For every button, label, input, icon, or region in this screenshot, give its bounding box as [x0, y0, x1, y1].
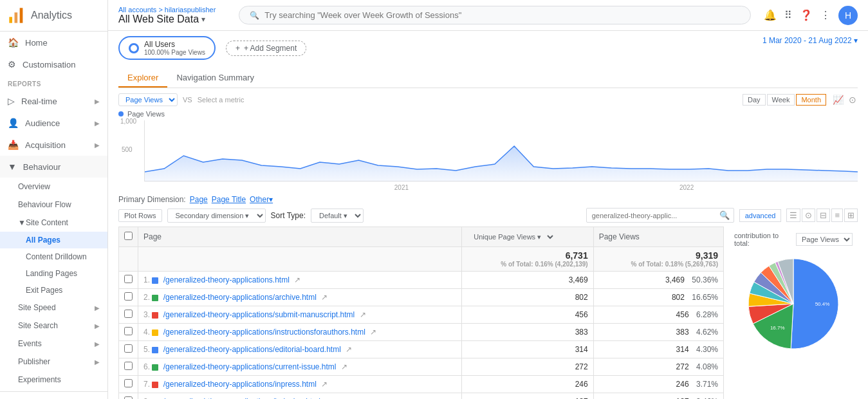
row-page-link[interactable]: /generalized-theory-applications/inpress… [163, 380, 317, 389]
sidebar-item-customisation-label: Customisation [23, 60, 75, 70]
breadcrumb-site[interactable]: hilariaspublisher [165, 6, 216, 14]
customisation-icon: ⚙ [8, 59, 16, 70]
sidebar-item-site-search[interactable]: Site Search ▶ [0, 317, 107, 335]
tab-navigation-summary[interactable]: Navigation Summary [167, 69, 263, 88]
sidebar-item-acquisition[interactable]: 📥 Acquisition ▶ [0, 134, 107, 156]
row-checkbox-cell [119, 393, 138, 400]
row-external-link-icon[interactable]: ↗ [341, 362, 347, 371]
segment-name: All Users [144, 40, 205, 49]
metric1-select[interactable]: Page Views [118, 93, 178, 106]
row-checkbox-1[interactable] [124, 292, 133, 301]
sidebar-item-content-drilldown[interactable]: Content Drilldown [0, 248, 107, 265]
sidebar-item-events[interactable]: Events ▶ [0, 335, 107, 353]
chart-view-button[interactable]: ≡ [831, 209, 843, 222]
add-segment-button[interactable]: + + Add Segment [226, 41, 306, 56]
time-btn-month[interactable]: Month [796, 94, 826, 106]
mcf-view-button[interactable]: ⊞ [844, 209, 858, 222]
select-metric[interactable]: Select a metric [198, 96, 245, 104]
pivot-view-button[interactable]: ⊟ [817, 209, 830, 222]
sidebar-item-behaviour[interactable]: ▼ Behaviour [0, 156, 107, 178]
sidebar-item-site-content[interactable]: ▼ Site Content [0, 214, 107, 232]
sidebar-item-content-drilldown-label: Content Drilldown [26, 252, 87, 261]
search-box[interactable]: 🔍 [239, 6, 751, 24]
apps-icon[interactable]: ⠿ [784, 9, 792, 21]
sidebar-item-customisation[interactable]: ⚙ Customisation [0, 53, 107, 75]
row-page-link[interactable]: /generalized-theory-applications.html [163, 275, 290, 284]
legend-label: Page Views [127, 110, 165, 118]
row-external-link-icon[interactable]: ↗ [294, 275, 300, 284]
sort-type-select[interactable]: Default ▾ [311, 209, 364, 223]
secondary-dimension-select[interactable]: Secondary dimension ▾ [167, 209, 266, 223]
sidebar-item-realtime[interactable]: ▷ Real-time ▶ [0, 90, 107, 112]
time-btn-week[interactable]: Week [767, 94, 795, 106]
time-btn-day[interactable]: Day [743, 94, 766, 106]
row-checkbox-4[interactable] [124, 344, 133, 353]
sidebar-item-landing-pages[interactable]: Landing Pages [0, 265, 107, 282]
advanced-button[interactable]: advanced [739, 209, 782, 222]
row-page-link[interactable]: /generalized-theory-applications/archive… [163, 293, 317, 302]
events-chevron: ▶ [95, 340, 100, 348]
sidebar-item-conversions[interactable]: ◎ Conversions ▶ [0, 392, 107, 399]
row-page-link[interactable]: /generalized-theory-applications/instruc… [163, 328, 365, 337]
topbar-icons: 🔔 ⠿ ❓ ⋮ H [764, 6, 858, 25]
motioncharts-icon[interactable]: ⊙ [847, 93, 858, 106]
plot-rows-button[interactable]: Plot Rows [118, 209, 162, 222]
breadcrumb-all-accounts[interactable]: All accounts [118, 6, 156, 14]
table-view-button[interactable]: ☰ [786, 209, 800, 222]
all-users-segment[interactable]: All Users 100.00% Page Views [118, 36, 216, 60]
row-external-link-icon[interactable]: ↗ [370, 328, 376, 337]
row-color-dot [152, 329, 158, 336]
row-external-link-icon[interactable]: ↗ [321, 293, 328, 302]
select-all-checkbox[interactable] [124, 232, 133, 240]
primary-dim-page-title[interactable]: Page Title [212, 195, 246, 204]
row-checkbox-3[interactable] [124, 327, 133, 335]
table-row: 5. /generalized-theory-applications/edit… [119, 341, 724, 358]
line-chart-icon[interactable]: 📈 [831, 93, 845, 106]
row-unique-cell: 187 [462, 393, 593, 400]
row-checkbox-6[interactable] [124, 379, 133, 387]
sidebar-item-behaviour-flow[interactable]: Behaviour Flow [0, 196, 107, 214]
breadcrumb-separator: > [158, 6, 164, 14]
row-number: 5. [143, 345, 150, 354]
row-external-link-icon[interactable]: ↗ [360, 310, 366, 319]
row-checkbox-0[interactable] [124, 275, 133, 283]
row-checkbox-7[interactable] [124, 396, 133, 399]
search-input[interactable] [264, 10, 740, 20]
acquisition-icon: 📥 [8, 140, 19, 150]
site-title[interactable]: All Web Site Data ▾ [118, 14, 216, 25]
row-unique-cell: 272 [462, 358, 593, 376]
row-page-link[interactable]: /generalized-theory-applications/submit-… [163, 310, 355, 319]
notification-icon[interactable]: 🔔 [764, 9, 777, 21]
sidebar-item-experiments[interactable]: Experiments [0, 371, 107, 389]
th-unique-page-views[interactable]: Unique Page Views ▾ [462, 227, 593, 247]
help-icon[interactable]: ❓ [800, 9, 813, 21]
sidebar-item-overview[interactable]: Overview [0, 178, 107, 196]
topbar: All accounts > hilariaspublisher All Web… [108, 0, 868, 31]
row-page-link[interactable]: /generalized-theory-applications/editori… [163, 345, 341, 354]
more-vert-icon[interactable]: ⋮ [820, 9, 831, 21]
pie-metric-select[interactable]: Page Views [796, 233, 853, 246]
filter-search-icon[interactable]: 🔍 [716, 209, 734, 222]
date-range[interactable]: 1 Mar 2020 - 21 Aug 2022 ▾ [762, 36, 858, 45]
unique-page-views-select[interactable]: Unique Page Views ▾ [467, 231, 555, 243]
primary-dim-page[interactable]: Page [190, 195, 208, 204]
sidebar-item-site-speed[interactable]: Site Speed ▶ [0, 299, 107, 317]
row-page-cell: 5. /generalized-theory-applications/edit… [138, 341, 462, 358]
row-number: 2. [143, 293, 150, 302]
sidebar-item-home[interactable]: 🏠 Home [0, 32, 107, 53]
sidebar-item-publisher[interactable]: Publisher ▶ [0, 353, 107, 371]
sidebar-item-exit-pages[interactable]: Exit Pages [0, 282, 107, 299]
avatar[interactable]: H [838, 6, 858, 25]
row-checkbox-2[interactable] [124, 310, 133, 318]
primary-dim-other[interactable]: Other▾ [250, 195, 273, 204]
sidebar-item-all-pages[interactable]: All Pages [0, 232, 107, 248]
row-checkbox-5[interactable] [124, 362, 133, 370]
th-page-label: Page [143, 232, 162, 241]
row-page-link[interactable]: /generalized-theory-applications/current… [163, 362, 337, 371]
row-external-link-icon[interactable]: ↗ [321, 380, 328, 389]
compare-view-button[interactable]: ⊙ [802, 209, 815, 222]
sidebar-item-audience[interactable]: 👤 Audience ▶ [0, 112, 107, 134]
tab-explorer[interactable]: Explorer [118, 69, 167, 88]
row-external-link-icon[interactable]: ↗ [346, 345, 352, 354]
filter-input[interactable] [587, 210, 716, 221]
